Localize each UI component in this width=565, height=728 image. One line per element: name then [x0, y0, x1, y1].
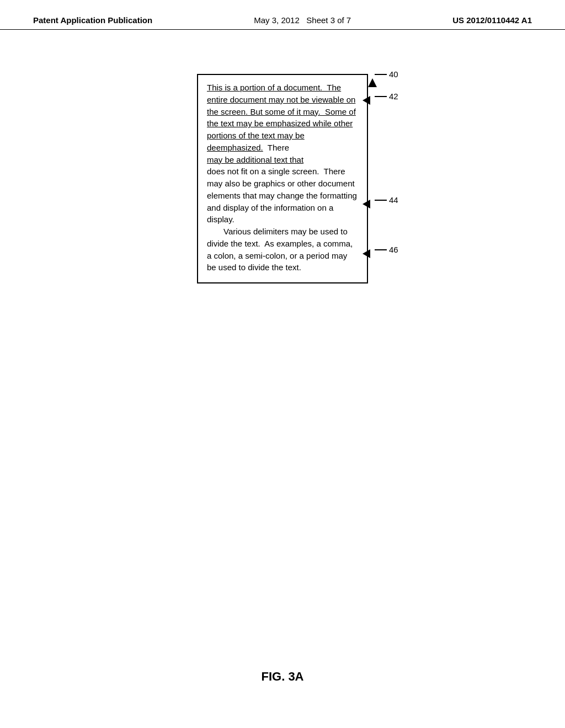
- label-46-arrow: [361, 248, 377, 261]
- label-46-container: 46: [375, 245, 398, 254]
- svg-marker-2: [363, 200, 370, 208]
- label-42-container: 42: [375, 92, 398, 101]
- document-text-paragraph-2: Various delimiters may be used to divide…: [207, 226, 358, 274]
- header-date-sheet: May 3, 2012 Sheet 3 of 7: [254, 15, 351, 25]
- svg-marker-0: [368, 78, 377, 87]
- header-date: May 3, 2012: [254, 15, 300, 25]
- figure-label-text: FIG. 3A: [261, 670, 303, 683]
- document-text-normal-2: does not fit on a single screen. There m…: [207, 167, 357, 224]
- label-40-arrow: [367, 77, 378, 90]
- main-content: This is a portion of a document. The ent…: [0, 30, 565, 283]
- document-text-underlined: This is a portion of a document. The ent…: [207, 83, 356, 152]
- figure-label: FIG. 3A: [261, 670, 303, 684]
- svg-marker-3: [363, 249, 370, 258]
- page-header: Patent Application Publication May 3, 20…: [0, 0, 565, 30]
- label-40-container: 40: [375, 69, 398, 79]
- document-text-normal-1: There: [263, 143, 289, 152]
- label-44: 44: [389, 195, 398, 205]
- label-46: 46: [389, 245, 398, 254]
- label-42-arrow: [361, 95, 377, 108]
- diagram-container: This is a portion of a document. The ent…: [197, 74, 368, 283]
- label-40: 40: [389, 69, 398, 79]
- label-40-line: [375, 74, 387, 75]
- header-patent-number: US 2012/0110442 A1: [452, 15, 532, 25]
- document-box: This is a portion of a document. The ent…: [197, 74, 368, 283]
- label-44-arrow: [361, 199, 377, 212]
- label-42: 42: [389, 92, 398, 101]
- svg-marker-1: [363, 96, 370, 105]
- document-text-underlined-2: may be additional text that: [207, 155, 303, 164]
- header-title: Patent Application Publication: [33, 15, 152, 25]
- header-sheet: Sheet 3 of 7: [306, 15, 351, 25]
- label-44-container: 44: [375, 195, 398, 205]
